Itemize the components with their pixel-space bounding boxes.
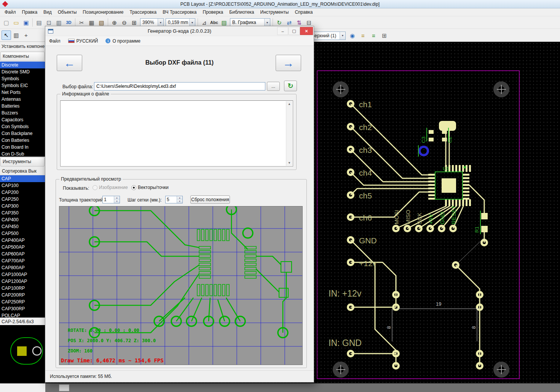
library-item[interactable]: Symbols EIC [0,82,45,89]
window-buttons: – ▢ × [277,27,313,35]
part-item[interactable]: POLCAP [0,312,45,317]
thickness-spinner[interactable]: 1 ▲▼ [102,196,120,203]
window-title: PCB Layout - [Z:\PROJECTS\0052_ARDUINO_A… [180,2,380,7]
dialog-menu-about[interactable]: i О программе [102,37,144,45]
library-item[interactable]: Buzzers [0,110,45,116]
grid-step-spinner[interactable]: 5 ▲▼ [165,196,183,203]
print-icon[interactable]: ▤ [34,18,44,27]
previous-step-button[interactable]: ← [57,55,82,71]
dialog-titlebar[interactable]: Генератор G-кода (2.0.0.23) – ▢ × [45,26,314,36]
horizontal-scrollbar[interactable] [45,383,560,392]
open-file-icon[interactable]: ▭ [11,18,21,27]
components-section-header[interactable]: Компоненты [0,52,45,61]
grid-step-select[interactable]: 0,159 mm▼ [166,18,195,27]
library-item[interactable]: Con D-Sub [0,151,45,157]
save-icon[interactable]: ▣ [21,18,31,27]
reset-position-button[interactable]: Сброс положения [190,195,230,204]
spin-down-icon[interactable]: ▼ [114,200,120,203]
part-item[interactable]: CAP500 [0,230,45,237]
info-scrollbar[interactable]: ▲ ▼ [286,101,292,166]
menubar-item[interactable]: Трассировка [127,9,160,16]
place-node-icon[interactable]: + [21,30,31,40]
browse-button[interactable]: ... [267,82,280,91]
part-item[interactable]: CAP250 [0,196,45,203]
part-item[interactable]: CAP500AP [0,244,45,251]
dxf-file-path-input[interactable] [94,82,265,90]
part-item[interactable]: CAP1000AP [0,271,45,278]
part-item[interactable]: CAP300RP [0,305,45,312]
part-item[interactable]: CAP800AP [0,264,45,271]
graphics-layer-select[interactable]: В. Графика▼ [230,18,270,27]
refresh-button[interactable]: ↻ [284,81,297,91]
layers-setup-icon[interactable]: ⊞ [380,31,389,40]
menubar-item[interactable]: Проверка [200,9,227,16]
part-item[interactable]: CAP200 [0,189,45,196]
menubar-item[interactable]: Вид [40,9,55,16]
scroll-up-icon[interactable]: ▲ [288,101,291,107]
svg-text:C3: C3 [421,136,426,143]
scrollbar-thumb[interactable] [59,384,69,391]
place-component-icon[interactable]: ▥ [11,30,21,40]
part-item[interactable]: CAP700AP [0,257,45,264]
footprint-name-label: CAP-2.54/6.6x3 [0,317,45,325]
part-item[interactable]: CAP200RP [0,292,45,298]
menubar-item[interactable]: Объекты [55,9,80,16]
part-item[interactable]: CAP100 [0,182,45,189]
next-step-button[interactable]: → [276,55,301,71]
library-item[interactable]: Con Symbols [0,123,45,130]
part-item[interactable]: CAP [0,175,45,182]
part-item[interactable]: CAP300 [0,203,45,209]
menubar-item[interactable]: Файл [2,9,19,16]
file-info-text-area[interactable]: ▲ ▼ [60,100,293,167]
library-item[interactable]: Antennas [0,96,45,103]
part-item[interactable]: CAP350 [0,209,45,216]
scroll-down-icon[interactable]: ▼ [288,160,291,166]
menubar-item[interactable]: Справка [292,9,316,16]
menubar-item[interactable]: Правка [19,9,41,16]
bottom-side-icon[interactable]: ≡ [369,31,378,40]
part-item[interactable]: CAP250RP [0,298,45,305]
maximize-button[interactable]: ▢ [289,27,300,35]
layer-visibility-icon[interactable]: ◉ [348,31,357,40]
chevron-down-icon: ▼ [158,19,163,26]
library-item[interactable]: Discrete [0,62,45,68]
spin-up-icon[interactable]: ▲ [114,196,120,200]
part-item[interactable]: CAP450 [0,223,45,230]
part-item[interactable]: CAP600AP [0,251,45,257]
part-item[interactable]: CAP100RP [0,285,45,292]
minimize-button[interactable]: – [277,27,288,35]
library-item[interactable]: Con Backplane [0,130,45,137]
menubar-item[interactable]: Позиционирование [80,9,126,16]
part-item[interactable]: CAP400AP [0,237,45,244]
library-item[interactable]: Con Batteries [0,137,45,144]
menubar-item[interactable]: Инструменты [257,9,292,16]
menubar-item[interactable]: ВЧ Трассировка [160,9,199,16]
pointer-tool-icon[interactable]: ↖ [2,30,11,40]
ic-u1 [428,165,471,206]
close-button[interactable]: × [300,27,313,35]
spin-down-icon[interactable]: ▼ [177,200,182,203]
library-item[interactable]: Discrete SMD [0,68,45,75]
sorting-toggle[interactable]: Сортировка Вык [0,167,45,175]
spin-up-icon[interactable]: ▲ [177,196,182,200]
part-item[interactable]: CAP1200AP [0,278,45,285]
dialog-menu-file[interactable]: Файл [45,37,64,45]
active-layer-select[interactable]: Верхний (1) ▼ [309,32,346,40]
pcb-layout-app: PCB Layout - [Z:\PROJECTS\0052_ARDUINO_A… [0,0,560,392]
dxf-preview-canvas[interactable]: ROTATE: 0.00 : 0.00 : 0.00POS X: 2080.0 … [59,206,303,365]
radio-image-mode[interactable]: Изображение [93,185,128,190]
menubar-item[interactable]: Библиотека [226,9,257,16]
library-item[interactable]: Con Board In [0,144,45,151]
dialog-menu-language[interactable]: РУССКИЙ [64,37,102,45]
tools-section-header[interactable]: Инструменты [0,157,45,167]
new-file-icon[interactable]: ▢ [2,18,11,27]
toolbar-separator [108,18,108,27]
part-item[interactable]: CAP400 [0,216,45,223]
library-item[interactable]: Batteries [0,103,45,110]
zoom-level-select[interactable]: 390%▼ [140,18,164,27]
library-item[interactable]: Net Ports [0,89,45,96]
top-side-icon[interactable]: ≡ [358,31,368,40]
library-item[interactable]: Capacitors [0,116,45,123]
radio-vectors-mode[interactable]: Векторы/точки [131,185,169,190]
library-item[interactable]: Symbols [0,75,45,82]
